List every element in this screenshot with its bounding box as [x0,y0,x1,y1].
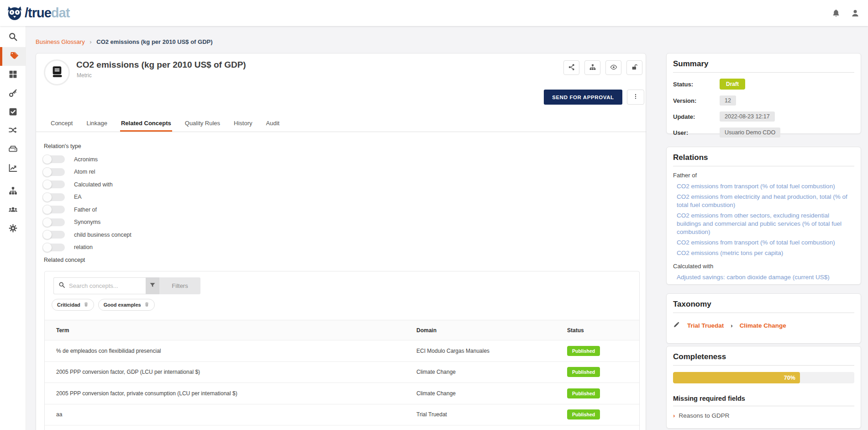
relation-type-label: Relation's type [44,143,81,149]
user-icon[interactable] [851,9,860,18]
toggle-switch[interactable] [43,218,65,226]
chip-criticidad[interactable]: Criticidad [52,299,94,311]
relation-link[interactable]: CO2 emissions from transport (% of total… [677,182,854,191]
breadcrumb: Business Glossary › CO2 emissions (kg pe… [36,38,213,45]
unlock-icon [631,64,638,72]
father-of-label: Father of [673,172,854,179]
taxonomy-link-leaf[interactable]: Climate Change [740,322,786,329]
send-for-approval-button[interactable]: SEND FOR APPROVAL [544,90,622,105]
breadcrumb-current: CO2 emissions (kg per 2010 US$ of GDP) [96,38,212,45]
trash-icon[interactable] [84,302,89,308]
toggle-switch[interactable] [43,206,65,213]
summary-panel: Summary Status:Draft Version:12 Update:2… [666,53,861,134]
sidebar-item-settings[interactable] [0,220,26,239]
table-row[interactable]: 2005 PPP conversion factor, GDP (LCU per… [45,362,639,383]
relation-link[interactable]: CO2 emissions from electricity and heat … [677,193,854,209]
trash-icon[interactable] [144,302,149,308]
concept-card: CO2 emissions (kg per 2010 US$ of GDP) M… [36,53,646,430]
sidebar-item-analytics[interactable] [0,159,26,178]
toggle-switch[interactable] [43,168,65,176]
tab-audit[interactable]: Audit [265,117,281,132]
tab-history[interactable]: History [233,117,253,132]
completeness-progress-track: 70% [673,372,854,383]
update-badge: 2022-08-23 12:17 [720,111,775,122]
chip-good-examples[interactable]: Good examples [98,299,155,311]
tab-concept[interactable]: Concept [50,117,74,132]
owl-logo-icon [6,5,23,21]
toggle-calculated-with[interactable]: Calculated with [43,178,132,191]
breadcrumb-link-glossary[interactable]: Business Glossary [36,38,85,45]
relations-title: Relations [673,153,854,162]
pencil-icon[interactable] [673,321,680,330]
related-concept-label: Related concept [44,257,85,263]
toggle-acronims[interactable]: Acronims [43,153,132,166]
table-row[interactable]: aa Trial Truedat Published [45,404,639,426]
table-row[interactable]: 2005 PPP conversion factor, private cons… [45,383,639,404]
check-square-icon [8,107,18,118]
relation-link[interactable]: CO2 emissions (metric tons per capita) [677,249,854,257]
left-sidebar [0,26,26,430]
relations-panel: Relations Father of CO2 emissions from t… [666,147,861,285]
watch-button[interactable] [605,60,621,75]
taxonomy-panel: Taxonomy Trial Truedat › Climate Change [666,293,861,344]
share-button[interactable] [563,60,579,75]
sidebar-item-search[interactable] [0,28,26,47]
toggle-switch[interactable] [43,244,65,251]
tab-related-concepts[interactable]: Related Concepts [120,117,172,132]
sidebar-item-lineage[interactable] [0,122,26,141]
sidebar-item-dashboards[interactable] [0,66,26,85]
toggle-switch[interactable] [43,180,65,188]
sidebar-item-permissions[interactable] [0,85,26,103]
table-row[interactable]: % de empleados con flexibilidad presenci… [45,340,639,362]
relation-link[interactable]: Adjusted savings: carbon dioxide damage … [677,273,854,281]
share-icon [568,64,575,72]
search-concepts-input[interactable] [69,282,137,289]
tab-linkage[interactable]: Linkage [85,117,108,132]
column-header-domain: Domain [416,327,567,334]
sidebar-item-users[interactable] [0,201,26,220]
concept-type: Metric [77,72,92,79]
toggle-atom-rel[interactable]: Atom rel [43,166,132,179]
lineage-button[interactable] [584,60,600,75]
table-header-row: Term Domain Status [45,320,639,340]
toggle-switch[interactable] [43,193,65,201]
toggle-child-business-concept[interactable]: child business concept [43,228,132,241]
bell-icon[interactable] [831,9,841,18]
lock-button[interactable] [626,60,642,75]
sitemap-icon [8,186,18,197]
column-header-status: Status [567,327,639,334]
relation-link[interactable]: CO2 emissions from other sectors, exclud… [677,212,854,236]
users-icon [8,205,18,216]
concept-avatar [44,59,70,85]
sidebar-item-glossary[interactable] [0,47,26,66]
status-badge: Published [567,367,600,377]
eye-icon [610,64,617,72]
gear-icon [8,223,18,235]
toggle-switch[interactable] [43,231,65,239]
version-badge: 12 [720,96,736,106]
sidebar-item-taxonomy[interactable] [0,182,26,201]
toggle-father-of[interactable]: Father of [43,203,132,216]
user-badge: Usuario Demo CDO [720,127,780,138]
status-label: Status: [673,81,720,88]
status-badge: Published [567,346,600,356]
tree-icon [589,64,596,72]
truedat-logo[interactable]: /truedat [6,5,69,21]
relation-link[interactable]: CO2 emissions from transport (% of total… [677,239,854,247]
missing-field-item[interactable]: › Reasons to GDPR [673,412,854,419]
toggle-synonyms[interactable]: Synonyms [43,216,132,229]
toggle-switch[interactable] [43,155,65,163]
filter-chips: Criticidad Good examples [52,299,155,311]
sidebar-item-structures[interactable] [0,141,26,159]
more-actions-button[interactable] [627,90,644,105]
app-header: /truedat [0,0,868,26]
toggle-relation[interactable]: relation [43,241,132,254]
shuffle-icon [8,126,18,137]
filter-button[interactable] [146,277,159,294]
taxonomy-link-root[interactable]: Trial Truedat [687,322,724,329]
update-label: Update: [673,113,720,120]
filters-label-button[interactable]: Filters [159,277,200,294]
tab-quality-rules[interactable]: Quality Rules [184,117,221,132]
sidebar-item-rules[interactable] [0,103,26,122]
toggle-ea[interactable]: EA [43,191,132,204]
